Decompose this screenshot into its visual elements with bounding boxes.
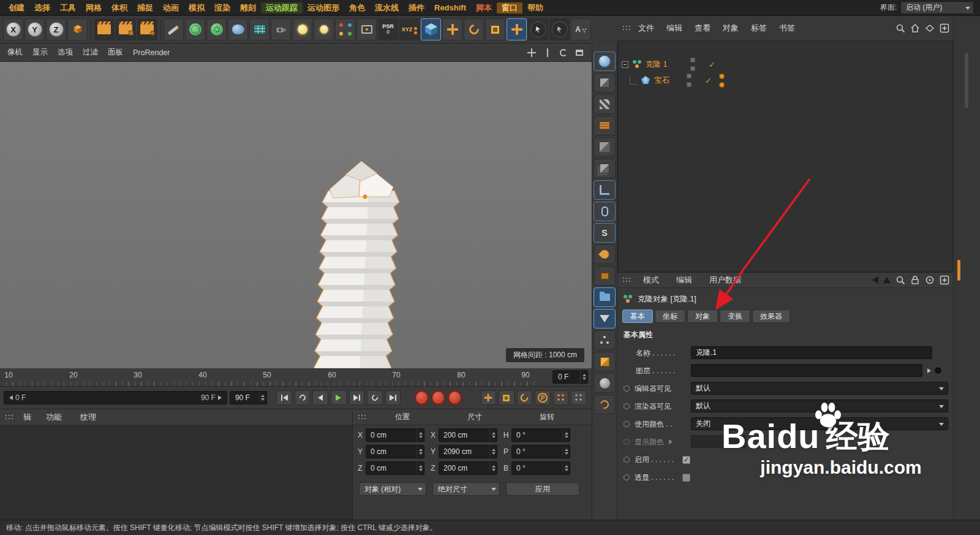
record-scale-button[interactable] — [431, 390, 445, 405]
cube-display-icon[interactable] — [594, 73, 616, 93]
play-forwards-button[interactable] — [331, 390, 347, 405]
viewport-menu-filter[interactable]: 过滤 — [78, 47, 103, 58]
om-menu-edit[interactable]: 编辑 — [662, 23, 687, 34]
workplane-button[interactable] — [335, 18, 355, 40]
menu-function[interactable]: 功能 — [41, 412, 67, 423]
menu-mograph[interactable]: 运动图形 — [303, 2, 344, 13]
size-x-field[interactable]: 200 cm — [439, 428, 497, 442]
crate-icon[interactable] — [594, 266, 616, 286]
metaball-button[interactable] — [228, 18, 248, 40]
attributes-dock-tab[interactable] — [957, 260, 960, 281]
target-circle-icon[interactable] — [925, 275, 935, 285]
rotation-b-field[interactable]: 0 ° — [511, 461, 570, 475]
end-frame-field[interactable]: 90 F — [230, 391, 267, 404]
material-tags[interactable] — [720, 72, 726, 89]
panel-grip-icon[interactable] — [5, 414, 13, 420]
attr-menu-edit[interactable]: 编辑 — [671, 275, 697, 286]
search-icon[interactable] — [895, 23, 905, 33]
radio-icon[interactable] — [624, 403, 630, 409]
menu-plugins[interactable]: 插件 — [404, 2, 429, 13]
menu-motion-tracker[interactable]: 运动跟踪 — [261, 2, 303, 13]
stepper-arrows-icon[interactable] — [580, 371, 587, 383]
object-tree[interactable]: 克隆 1 宝石 — [617, 40, 953, 272]
expander-icon[interactable] — [622, 61, 628, 68]
apply-button[interactable]: 应用 — [506, 482, 579, 496]
play-backwards-button[interactable] — [312, 390, 328, 405]
layer-color-icon[interactable] — [934, 366, 942, 374]
maximize-view-icon[interactable] — [573, 47, 586, 59]
menu-pipeline[interactable]: 流水线 — [370, 2, 404, 13]
position-x-field[interactable]: 0 cm — [366, 428, 424, 442]
tab-coordinates[interactable]: 坐标 — [655, 309, 685, 323]
menu-texture[interactable]: 纹理 — [75, 412, 101, 423]
eye-icon[interactable] — [925, 23, 935, 33]
radio-icon[interactable] — [624, 421, 630, 427]
paint-tool-icon[interactable] — [594, 245, 616, 264]
viewport-menu-options[interactable]: 选项 — [53, 47, 78, 58]
object-name[interactable]: 宝石 — [654, 75, 669, 86]
content-browser-folder-icon[interactable] — [594, 287, 616, 307]
cubes-icon[interactable] — [594, 137, 616, 157]
tab-basic[interactable]: 基本 — [622, 309, 653, 323]
menu-help[interactable]: 帮助 — [522, 2, 548, 13]
checker-display-icon[interactable] — [594, 94, 616, 114]
goto-end-button[interactable] — [385, 390, 401, 405]
radio-icon[interactable] — [624, 474, 630, 480]
add-box-icon[interactable] — [940, 23, 949, 33]
selection-mode-button[interactable] — [549, 18, 570, 40]
coordinate-system-button[interactable] — [67, 18, 88, 40]
viewport-menu-display[interactable]: 显示 — [28, 47, 53, 58]
axis-z-button[interactable]: Z — [46, 18, 66, 40]
panel-grip-icon[interactable] — [358, 414, 366, 420]
gray-sphere-icon[interactable] — [594, 373, 616, 393]
cube-stack-icon[interactable] — [594, 159, 616, 178]
bricks-icon[interactable] — [594, 116, 616, 135]
history-back-icon[interactable] — [872, 276, 878, 284]
current-frame-field[interactable]: 0 F — [552, 370, 588, 384]
camera-button[interactable] — [271, 18, 291, 40]
om-menu-tags[interactable]: 标签 — [746, 23, 772, 34]
menu-select[interactable]: 选择 — [29, 2, 55, 13]
viewport-menu-prorender[interactable]: ProRender — [128, 48, 175, 57]
size-z-field[interactable]: 200 cm — [439, 461, 497, 475]
attr-menu-mode[interactable]: 模式 — [638, 275, 664, 286]
rotate-view-icon[interactable] — [557, 47, 570, 59]
menu-character[interactable]: 角色 — [344, 2, 370, 13]
history-up-icon[interactable] — [883, 277, 891, 283]
om-menu-file[interactable]: 文件 — [633, 23, 659, 34]
zoom-view-icon[interactable] — [541, 47, 554, 59]
render-view-button[interactable] — [94, 18, 115, 40]
brush-tool-button[interactable] — [164, 18, 184, 40]
menu-mesh[interactable]: 网格 — [81, 2, 107, 13]
visibility-toggles[interactable] — [690, 56, 696, 73]
frame-selection-button[interactable] — [356, 18, 377, 40]
add-object-button[interactable] — [442, 18, 462, 40]
light-button[interactable] — [292, 18, 312, 40]
axis-mode-icon[interactable] — [594, 180, 616, 200]
axis-y-button[interactable]: Y — [24, 18, 45, 40]
menu-volume[interactable]: 体积 — [107, 2, 132, 13]
menu-snap[interactable]: 捕捉 — [132, 2, 158, 13]
play-loop-button[interactable] — [295, 390, 311, 405]
sync-icon[interactable] — [594, 395, 616, 414]
hierarchy-icon[interactable] — [594, 330, 616, 350]
enabled-check-icon[interactable] — [705, 76, 712, 85]
tab-effectors[interactable]: 效果器 — [752, 309, 790, 323]
layer-browse-icon[interactable] — [927, 368, 931, 373]
key-position-button[interactable] — [481, 390, 497, 405]
orange-cube-icon[interactable] — [594, 352, 616, 371]
lock-icon[interactable] — [910, 275, 920, 285]
move-tool-button[interactable] — [507, 18, 527, 40]
coord-mode-dropdown[interactable]: 对象 (相对) — [359, 482, 426, 496]
viewport-menu-panel[interactable]: 面板 — [103, 47, 128, 58]
rotate-tool-button[interactable] — [464, 18, 484, 40]
radio-icon[interactable] — [624, 385, 630, 392]
psr-button[interactable]: PSR0 — [378, 18, 398, 40]
spot-light-button[interactable] — [314, 18, 334, 40]
enabled-check-icon[interactable] — [709, 60, 715, 69]
om-menu-object[interactable]: 对象 — [718, 23, 744, 34]
home-icon[interactable] — [910, 23, 920, 33]
radio-icon[interactable] — [624, 439, 630, 445]
rotation-h-field[interactable]: 0 ° — [511, 428, 570, 442]
arrow-down-icon[interactable] — [594, 309, 616, 328]
